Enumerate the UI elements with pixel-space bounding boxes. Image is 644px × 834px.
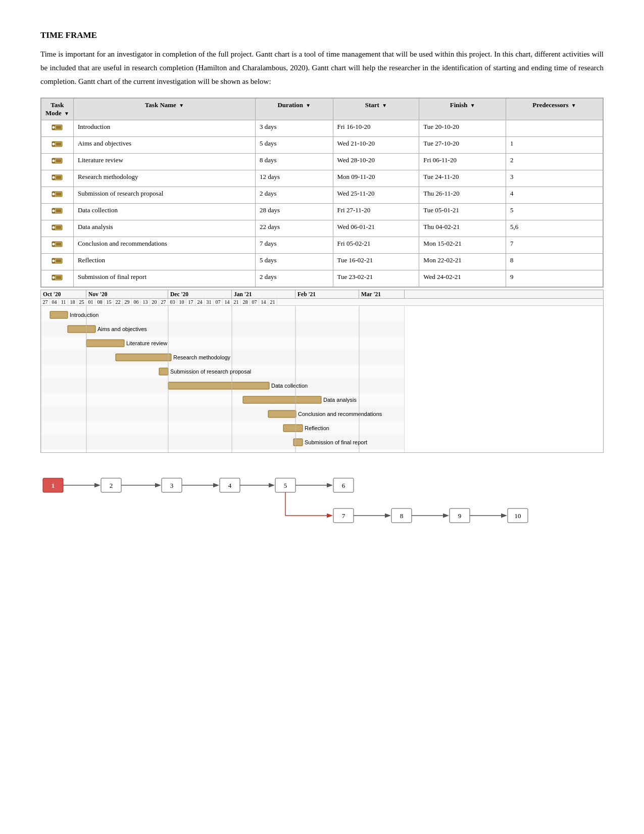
task-finish-cell: Thu 26-11-20 — [419, 187, 506, 204]
task-pred-cell: 4 — [506, 187, 603, 204]
gantt-day-cell: 11 — [59, 299, 68, 305]
gantt-month-label: Oct '20 — [41, 290, 86, 298]
task-start-cell: Wed 28-10-20 — [333, 154, 419, 170]
svg-text:6: 6 — [342, 482, 345, 489]
gantt-day-cell: 10 — [177, 299, 186, 305]
task-start-cell: Mon 09-11-20 — [333, 170, 419, 187]
gantt-day-cell: 18 — [68, 299, 77, 305]
svg-text:Data analysis: Data analysis — [323, 397, 357, 403]
gantt-day-cell: 27 — [159, 299, 168, 305]
task-name-cell: Research methodology — [73, 170, 255, 187]
gantt-day-cell: 21 — [232, 299, 241, 305]
gantt-day-cell: 25 — [77, 299, 86, 305]
task-start-cell: Fri 16-10-20 — [333, 120, 419, 137]
col-header-duration: Duration ▼ — [255, 99, 333, 120]
task-name-cell: Data analysis — [73, 220, 255, 237]
task-pred-cell: 1 — [506, 137, 603, 154]
svg-text:Literature review: Literature review — [126, 340, 167, 346]
table-row: Submission of research proposal2 daysWed… — [41, 187, 603, 204]
task-finish-cell: Wed 24-02-21 — [419, 270, 506, 287]
table-row: Data analysis22 daysWed 06-01-21Thu 04-0… — [41, 220, 603, 237]
svg-rect-64 — [68, 326, 95, 333]
svg-point-2 — [53, 126, 55, 129]
svg-rect-70 — [116, 354, 171, 361]
task-pred-cell: 5 — [506, 204, 603, 220]
task-duration-cell: 2 days — [255, 270, 333, 287]
svg-text:8: 8 — [400, 512, 404, 520]
table-row: Literature review8 daysWed 28-10-20Fri 0… — [41, 154, 603, 170]
gantt-table-wrapper: TaskMode ▼ Task Name ▼ Duration ▼ Start … — [40, 98, 604, 288]
gantt-day-cell: 06 — [132, 299, 141, 305]
col-header-finish: Finish ▼ — [419, 99, 506, 120]
svg-rect-67 — [86, 340, 124, 347]
svg-text:Submission of research proposa: Submission of research proposal — [170, 368, 251, 375]
task-mode-cell — [41, 254, 74, 270]
gantt-table: TaskMode ▼ Task Name ▼ Duration ▼ Start … — [41, 98, 603, 287]
table-row: Conclusion and recommendations7 daysFri … — [41, 237, 603, 254]
section-title: TIME FRAME — [40, 30, 604, 40]
table-row: Aims and objectives5 daysWed 21-10-20Tue… — [41, 137, 603, 154]
gantt-day-cell: 31 — [205, 299, 214, 305]
task-name-cell: Aims and objectives — [73, 137, 255, 154]
task-mode-icon — [52, 256, 63, 265]
task-start-cell: Fri 27-11-20 — [333, 204, 419, 220]
gantt-day-cell: 14 — [223, 299, 232, 305]
task-mode-cell — [41, 220, 74, 237]
task-name-cell: Data collection — [73, 204, 255, 220]
gantt-bars-area: IntroductionAims and objectivesLiteratur… — [41, 306, 603, 452]
gantt-month-label: Feb '21 — [295, 290, 359, 298]
task-mode-cell — [41, 204, 74, 220]
task-pred-cell: 9 — [506, 270, 603, 287]
col-header-task-name: Task Name ▼ — [73, 99, 255, 120]
task-finish-cell: Fri 06-11-20 — [419, 154, 506, 170]
task-start-cell: Wed 06-01-21 — [333, 220, 419, 237]
svg-text:Introduction: Introduction — [70, 312, 98, 318]
task-duration-cell: 5 days — [255, 254, 333, 270]
task-mode-cell — [41, 187, 74, 204]
gantt-day-cell: 14 — [259, 299, 268, 305]
task-name-cell: Literature review — [73, 154, 255, 170]
gantt-day-cell: 08 — [95, 299, 105, 305]
svg-rect-61 — [50, 311, 68, 318]
task-mode-cell — [41, 120, 74, 137]
task-mode-cell — [41, 270, 74, 287]
svg-text:Conclusion and recommendations: Conclusion and recommendations — [298, 411, 382, 417]
task-pred-cell: 3 — [506, 170, 603, 187]
svg-text:9: 9 — [458, 512, 462, 520]
svg-text:Data collection: Data collection — [271, 383, 308, 389]
task-start-cell: Wed 25-11-20 — [333, 187, 419, 204]
svg-text:10: 10 — [515, 512, 521, 520]
gantt-day-cell: 22 — [114, 299, 123, 305]
gantt-day-cell: 28 — [241, 299, 250, 305]
task-finish-cell: Tue 24-11-20 — [419, 170, 506, 187]
gantt-month-label: Dec '20 — [168, 290, 232, 298]
task-pred-cell: 2 — [506, 154, 603, 170]
gantt-day-cell: 04 — [50, 299, 59, 305]
task-start-cell: Tue 16-02-21 — [333, 254, 419, 270]
svg-text:Aims and objectives: Aims and objectives — [97, 326, 147, 332]
task-mode-cell — [41, 154, 74, 170]
task-pred-cell: 7 — [506, 237, 603, 254]
col-header-start: Start ▼ — [333, 99, 419, 120]
gantt-day-cell: 01 — [86, 299, 95, 305]
svg-text:3: 3 — [170, 482, 174, 489]
svg-point-50 — [53, 260, 55, 262]
task-finish-cell: Mon 22-02-21 — [419, 254, 506, 270]
task-finish-cell: Mon 15-02-21 — [419, 237, 506, 254]
svg-text:7: 7 — [342, 512, 345, 520]
task-mode-icon — [52, 273, 63, 282]
gantt-day-cell: 20 — [150, 299, 159, 305]
intro-paragraph: Time is important for an investigator in… — [40, 48, 604, 88]
svg-point-26 — [53, 193, 55, 196]
task-mode-icon — [52, 190, 63, 199]
gantt-chart: Oct '20Nov '20Dec '20Jan '21Feb '21Mar '… — [40, 290, 604, 453]
svg-point-20 — [53, 176, 55, 179]
gantt-day-cell: 24 — [195, 299, 205, 305]
svg-rect-79 — [243, 396, 321, 403]
gantt-day-cell: 07 — [250, 299, 259, 305]
table-row: Submission of final report2 daysTue 23-0… — [41, 270, 603, 287]
task-duration-cell: 8 days — [255, 154, 333, 170]
svg-text:2: 2 — [110, 482, 113, 489]
task-pred-cell — [506, 120, 603, 137]
gantt-day-cell: 29 — [123, 299, 132, 305]
